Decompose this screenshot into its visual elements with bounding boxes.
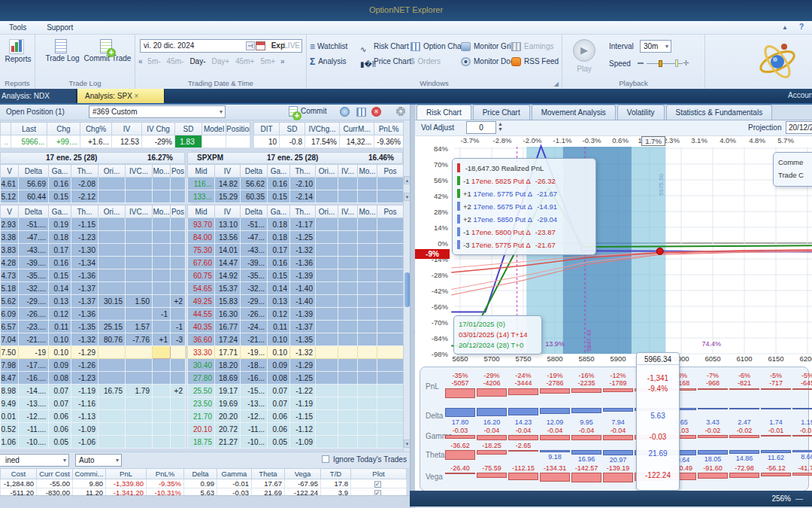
time-nav-button[interactable]: Day-	[189, 57, 205, 65]
exp-label[interactable]: Exp	[271, 41, 285, 50]
put-row[interactable]: 84.0013.56-47...0.18-1.25	[188, 231, 404, 244]
close-tab-icon[interactable]: ×	[135, 92, 139, 100]
vol-adjust-spinner[interactable]: ▲▼	[498, 121, 503, 132]
put-row[interactable]: 5.18-32....0.14-1.37	[1, 282, 186, 295]
window-toggle-button[interactable]: ∿Risk Chart	[360, 39, 411, 54]
reports-button[interactable]: Reports	[2, 39, 35, 63]
time-nav-button[interactable]: 45m+	[235, 57, 254, 65]
window-toggle-button[interactable]: ΣAnalysis	[310, 54, 360, 69]
interval-select[interactable]: 30m▾	[640, 40, 671, 53]
chart-corner-toolbox[interactable]: CommeTrade C	[773, 152, 812, 187]
put-row[interactable]: 21.7020.20-12...0.06-1.15	[188, 410, 404, 423]
speed-plus-icon[interactable]: ✛	[683, 59, 689, 67]
projection-input[interactable]: 20/12/2024	[786, 121, 812, 134]
put-row[interactable]: 9.49-13....0.07-1.16	[1, 397, 186, 410]
put-row[interactable]: 75.3014.01-43...0.17-1.32	[188, 244, 404, 257]
zoom-slider-icon[interactable]: —	[795, 491, 803, 506]
time-nav-button[interactable]: Day+	[212, 57, 230, 65]
corner-toolbox-item[interactable]: Comme	[778, 156, 812, 169]
put-row[interactable]: 3.38-47....0.18-1.23	[1, 231, 186, 244]
menu-support[interactable]: Support	[38, 21, 82, 34]
window-toggle-button[interactable]: Monitor Dock	[461, 54, 511, 69]
put-row[interactable]: 27.8018.69-16...0.08-1.25	[188, 372, 404, 385]
put-row[interactable]: 2.93-51....0.19-1.15	[1, 218, 186, 231]
auto-mode-select[interactable]: Auto▾	[75, 454, 122, 467]
time-nav-button[interactable]: 5m-	[147, 57, 160, 65]
put-row[interactable]: 44.5516.30-26...0.12-1.39	[188, 308, 404, 321]
right-panel-tab[interactable]: Statistics & Fundamentals	[666, 105, 773, 120]
put-row[interactable]: 7.50-190.10-1.29	[1, 346, 186, 359]
put-row[interactable]: 23.5019.69-13...0.07-1.19	[188, 397, 404, 410]
put-row[interactable]: 0.01-12....0.06-1.13	[1, 410, 186, 423]
window-toggle-button[interactable]: Earnings	[511, 39, 562, 54]
speed-slider-thumb[interactable]	[659, 60, 662, 67]
plot-checkbox[interactable]: ✓	[374, 481, 381, 488]
trading-date-input[interactable]: vi. 20 dic. 2024 ⊣ Exp LIVE	[140, 39, 302, 53]
play-button[interactable]: ▶ Play	[573, 39, 595, 73]
put-row[interactable]: 40.3516.77-24...0.11-1.37	[188, 321, 404, 333]
call-row[interactable]: 133...15.2960.350.15-2.14	[188, 190, 404, 203]
put-row[interactable]: 5.62-29....0.13-1.3730.151.50+2	[1, 295, 186, 308]
call-row[interactable]: 116...14.8256.620.16-2.10	[188, 178, 404, 190]
panel-splitter[interactable]: ∷	[410, 105, 415, 508]
put-row[interactable]: 18.7521.27-10...0.05-1.09	[188, 436, 404, 449]
put-row[interactable]: 7.98-17....0.09-1.26	[1, 359, 186, 372]
put-row[interactable]: 54.6515.37-32...0.14-1.40	[188, 282, 404, 295]
put-row[interactable]: 67.6014.47-39...0.16-1.36	[188, 257, 404, 269]
right-panel-tab[interactable]: Risk Chart	[417, 105, 471, 120]
help-icon[interactable]: ?	[799, 23, 804, 31]
window-toggle-button[interactable]: Monitor Grid	[461, 39, 511, 54]
calendar-icon[interactable]	[256, 41, 265, 50]
trade-row[interactable]: -1,284.80-55.009.80 -1,339.80-9.35% 0.99…	[1, 479, 407, 488]
put-row[interactable]: 8.98-14....0.07-1.1916.751.79+2	[1, 385, 186, 397]
put-row[interactable]: 7.04-21....0.10-1.3280.76-7.76+1-3	[1, 333, 186, 346]
window-toggle-button[interactable]: RSS Feed	[511, 54, 562, 69]
put-row[interactable]: 6.57-23....0.11-1.3525.151.57-1	[1, 321, 186, 333]
put-row[interactable]: 20.1020.72-11...0.06-1.12	[188, 423, 404, 436]
window-toggle-button[interactable]: Option Chain	[411, 39, 461, 54]
time-nav-button[interactable]: 45m-	[167, 57, 184, 65]
time-nav-button[interactable]: 5m+	[260, 57, 275, 65]
step-fwd-icon[interactable]: »	[280, 57, 285, 65]
collapse-ribbon-icon[interactable]: ▲	[782, 24, 788, 31]
menu-tools[interactable]: Tools	[0, 21, 35, 34]
tab-analysis-ndx[interactable]: Analysis: NDX	[0, 89, 77, 103]
scrollbar-thumb[interactable]	[404, 272, 410, 307]
put-row[interactable]: 4.28-39....0.16-1.34	[1, 257, 186, 269]
close-position-icon[interactable]: ×	[371, 107, 381, 117]
history-icon[interactable]: ⊣	[246, 41, 255, 50]
option-grid-icon[interactable]	[356, 108, 366, 117]
put-row[interactable]: 25.5019.17-15...0.07-1.22	[188, 385, 404, 397]
put-row[interactable]: 49.2515.83-29...0.13-1.40	[188, 295, 404, 308]
window-toggle-button[interactable]: ▮�IlPrice Chart	[360, 54, 411, 69]
speed-minus-icon[interactable]	[638, 62, 644, 64]
trade-log-button[interactable]: Trade Log	[41, 39, 83, 62]
put-row[interactable]: 60.7514.92-35...0.15-1.39	[188, 269, 404, 282]
dialog-launcher-icon[interactable]: ◢	[554, 81, 559, 87]
risk-chart-legend[interactable]: -18,647.30 Realized PnL-1 17ene. 5825 Pu…	[452, 158, 596, 255]
search-icon[interactable]	[340, 107, 350, 117]
tab-analysis-spx[interactable]: Analysis: SPX ×	[77, 89, 165, 103]
put-row[interactable]: 1.06-10....0.05-1.06	[1, 436, 186, 449]
projection-dates-box[interactable]: 17/01/2025 (0)03/01/2025 (14) T+1420/12/…	[453, 315, 542, 354]
call-row[interactable]: 5.1260.440.15-2.12	[1, 190, 186, 203]
gear-icon[interactable]	[396, 107, 405, 116]
put-row[interactable]: 30.4018.20-18...0.09-1.29	[188, 359, 404, 372]
put-row[interactable]: 3.83-43....0.17-1.30	[1, 244, 186, 257]
window-toggle-button[interactable]: ≡Watchlist	[310, 39, 360, 54]
combine-mode-select[interactable]: ined▾	[0, 454, 69, 467]
window-toggle-button[interactable]: $Orders	[411, 54, 461, 69]
put-row[interactable]: 0.52-11....0.06-1.09	[1, 423, 186, 436]
vol-adjust-input[interactable]: 0	[466, 121, 496, 134]
right-panel-tab[interactable]: Volatility	[617, 105, 665, 120]
commit-button[interactable]: Commit	[289, 106, 326, 117]
call-row[interactable]: 4.6156.690.16-2.08	[1, 178, 186, 190]
right-panel-tab[interactable]: Movement Analysis	[532, 105, 616, 120]
chain-scrollbar[interactable]: ▲ ▼ ▼	[403, 120, 410, 452]
commit-trade-button[interactable]: Commit Trade	[82, 39, 133, 62]
put-row[interactable]: 4.73-35....0.15-1.36	[1, 269, 186, 282]
right-panel-tab[interactable]: Price Chart	[473, 105, 530, 120]
ignore-trades-checkbox[interactable]	[322, 455, 329, 463]
put-row[interactable]: 33.3017.71-19...0.10-1.32	[188, 346, 404, 359]
put-row[interactable]: 93.7013.10-51...0.18-1.17	[188, 218, 404, 231]
